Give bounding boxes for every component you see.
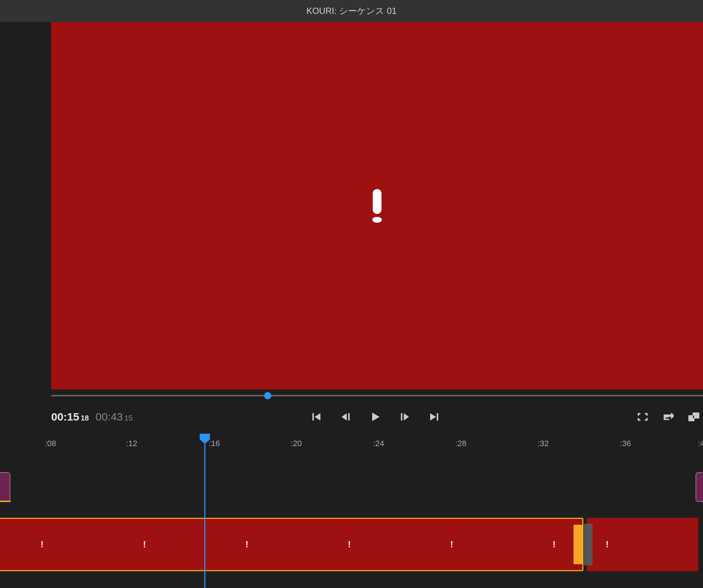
clip-error-icon: ! (348, 539, 351, 550)
transport-controls (311, 411, 440, 423)
progress-track[interactable] (51, 395, 703, 396)
compare-view-button[interactable] (688, 412, 699, 422)
ruler-label: :28 (455, 439, 467, 448)
ruler-label: :12 (126, 439, 138, 448)
clip-main-selected[interactable]: !!!!!! (0, 518, 583, 571)
svg-marker-6 (404, 413, 409, 421)
video-track-1[interactable] (0, 472, 703, 502)
clip-error-icon: ! (245, 539, 248, 550)
step-back-button[interactable] (340, 411, 352, 423)
clip-error-icon: ! (143, 539, 146, 550)
svg-rect-8 (437, 413, 438, 421)
svg-rect-11 (693, 415, 694, 418)
timecode-total-frames: 15 (124, 414, 132, 422)
svg-rect-3 (348, 413, 350, 421)
timecode-current: 00:15 (51, 411, 79, 423)
timecode-total: 00:43 (95, 411, 123, 423)
clip-main-right[interactable]: ! (587, 518, 698, 571)
window-title: KOURI: シーケンス 01 (307, 5, 397, 17)
go-to-end-button[interactable] (428, 411, 440, 423)
clip-error-icon: ! (41, 539, 44, 550)
clip-error-icon: ! (553, 539, 556, 550)
preview-window[interactable] (51, 22, 703, 389)
go-to-start-button[interactable] (311, 411, 323, 423)
svg-rect-0 (312, 413, 314, 421)
svg-marker-7 (430, 413, 436, 421)
ruler-label: :32 (538, 439, 549, 448)
ruler-label: :4 (698, 439, 703, 448)
right-controls (637, 412, 699, 422)
timeline-ruler[interactable]: :08:12:16:20:24:28:32:36:4 (0, 439, 703, 453)
transport-row: 00:15 18 00:43 15 (51, 406, 699, 428)
error-exclamation-icon (372, 189, 382, 223)
step-forward-button[interactable] (399, 411, 410, 423)
clip-purple-right[interactable] (696, 472, 703, 502)
svg-marker-1 (315, 413, 320, 421)
playhead-line (204, 442, 206, 588)
clip-edge-handle-right[interactable] (574, 525, 583, 564)
clip-purple-left[interactable] (0, 472, 10, 502)
svg-marker-4 (372, 412, 379, 421)
clip-error-icon: ! (450, 539, 453, 550)
ruler-label: :08 (45, 439, 56, 448)
ruler-label: :36 (620, 439, 631, 448)
progress-thumb[interactable] (264, 392, 271, 399)
play-button[interactable] (369, 411, 381, 423)
ruler-label: :24 (373, 439, 384, 448)
loop-button[interactable] (663, 412, 674, 422)
ruler-label: :16 (209, 439, 220, 448)
ruler-label: :20 (291, 439, 302, 448)
video-track-2[interactable]: !!!!!! ! (0, 518, 703, 573)
title-bar: KOURI: シーケンス 01 (0, 0, 703, 22)
clip-edge-handle-left[interactable] (584, 524, 593, 565)
svg-marker-2 (342, 413, 347, 421)
svg-rect-5 (401, 413, 402, 421)
timecode: 00:15 18 00:43 15 (51, 411, 132, 423)
timecode-current-frames: 18 (81, 414, 89, 422)
fullscreen-button[interactable] (637, 412, 648, 422)
clip-error-icon: ! (606, 539, 609, 550)
